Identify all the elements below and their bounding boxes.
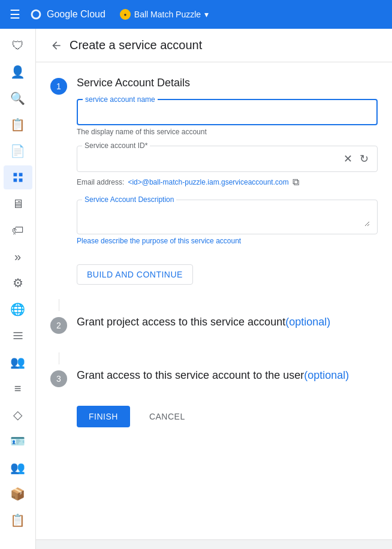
- sidebar-item-clipboard[interactable]: 📋: [4, 508, 32, 532]
- project-icon: ●: [120, 9, 131, 20]
- step1-title: Service Account Details: [77, 77, 378, 89]
- sidebar-item-list[interactable]: 📋: [4, 113, 32, 137]
- project-name: Ball Match Puzzle: [134, 10, 201, 19]
- email-prefix: Email address:: [77, 178, 124, 186]
- sidebar-item-tag[interactable]: 🏷: [4, 218, 32, 242]
- step-divider-2: [50, 352, 378, 364]
- grid-icon: [12, 171, 24, 183]
- step2-number: 2: [50, 317, 67, 334]
- sidebar-item-idcard[interactable]: 🪪: [4, 429, 32, 453]
- copy-email-button[interactable]: ⧉: [293, 177, 299, 188]
- divider-spacer-2: [50, 352, 67, 364]
- step2-content: Grant project access to this service acc…: [77, 316, 378, 338]
- back-button[interactable]: [50, 40, 62, 52]
- step1-number: 1: [50, 78, 67, 95]
- email-id: <id>@ball-match-puzzle.iam.gserviceaccou…: [128, 178, 288, 186]
- account-name-hint: The display name of this service account: [77, 128, 378, 136]
- account-id-group: Service account ID* ✕ ↻ Email address: <…: [77, 146, 378, 190]
- sidebar-item-monitor[interactable]: 🖥: [4, 192, 32, 216]
- action-row: FINISH CANCEL: [50, 406, 378, 427]
- refresh-id-button[interactable]: ↻: [358, 151, 370, 167]
- vertical-divider-2: [59, 352, 59, 364]
- rows-icon: [12, 330, 24, 342]
- page-title: Create a service account: [70, 38, 202, 52]
- project-selector[interactable]: ● Ball Match Puzzle ▾: [120, 9, 209, 20]
- sidebar-item-users[interactable]: 👥: [4, 350, 32, 374]
- step2-title: Grant project access to this service acc…: [77, 316, 378, 328]
- account-desc-field[interactable]: Service Account Description: [77, 200, 378, 234]
- google-cloud-icon: [30, 8, 42, 20]
- email-row: Email address: <id>@ball-match-puzzle.ia…: [77, 174, 378, 190]
- content-area: 1 Service Account Details service accoun…: [36, 62, 392, 442]
- account-desc-group: Service Account Description Please descr…: [77, 200, 378, 245]
- dropdown-icon: ▾: [204, 10, 209, 19]
- account-desc-hint: Please describe the purpose of this serv…: [77, 237, 378, 245]
- sidebar-item-document[interactable]: 📄: [4, 139, 32, 163]
- sidebar-item-rows[interactable]: [4, 324, 32, 348]
- sidebar-item-settings[interactable]: ⚙: [4, 271, 32, 295]
- account-name-group: service account name The display name of…: [77, 99, 378, 136]
- sidebar-item-more[interactable]: »: [4, 245, 32, 269]
- step1-section: 1 Service Account Details service accoun…: [50, 77, 378, 285]
- step-divider-1: [50, 299, 378, 311]
- sidebar-item-account[interactable]: 👤: [4, 60, 32, 84]
- account-desc-label: Service Account Description: [82, 195, 176, 204]
- step3-section: 3 Grant access to this service account t…: [50, 369, 378, 391]
- sidebar-item-team[interactable]: 👥: [4, 456, 32, 479]
- back-arrow-icon: [50, 40, 62, 52]
- account-desc-input[interactable]: [85, 205, 370, 227]
- id-field-actions: ✕ ↻: [342, 151, 370, 167]
- main-content: Create a service account 1 Service Accou…: [36, 29, 392, 549]
- step3-title: Grant access to this service account to …: [77, 369, 378, 382]
- sidebar-item-security[interactable]: 🛡: [4, 34, 32, 58]
- clear-id-button[interactable]: ✕: [342, 151, 354, 167]
- account-id-input[interactable]: [85, 152, 342, 166]
- step2-section: 2 Grant project access to this service a…: [50, 316, 378, 338]
- account-name-field[interactable]: service account name: [77, 99, 378, 125]
- google-cloud-logo: Google Cloud: [30, 8, 105, 20]
- account-name-input[interactable]: [85, 105, 369, 119]
- page-header: Create a service account: [36, 29, 392, 62]
- step2-optional: (optional): [285, 316, 330, 328]
- bottom-bar: [0, 539, 392, 549]
- menu-icon[interactable]: ☰: [10, 7, 20, 22]
- step3-content: Grant access to this service account to …: [77, 369, 378, 391]
- sidebar-item-diamond[interactable]: ◇: [4, 403, 32, 427]
- step1-content: Service Account Details service account …: [77, 77, 378, 285]
- step3-number: 3: [50, 370, 67, 387]
- vertical-divider-1: [59, 299, 59, 311]
- step3-optional: (optional): [304, 369, 349, 381]
- topbar: ☰ Google Cloud ● Ball Match Puzzle ▾: [0, 0, 392, 29]
- cancel-button[interactable]: CANCEL: [140, 406, 195, 427]
- build-continue-button[interactable]: BUILD AND CONTINUE: [77, 264, 193, 285]
- account-name-label: service account name: [83, 95, 158, 104]
- sidebar-item-package[interactable]: 📦: [4, 482, 32, 506]
- sidebar-item-grid[interactable]: [4, 165, 32, 189]
- logo-text: Google Cloud: [47, 9, 105, 20]
- divider-spacer: [50, 299, 67, 311]
- account-id-label: Service account ID*: [82, 141, 150, 150]
- sidebar-item-menu[interactable]: ≡: [4, 376, 32, 400]
- sidebar-item-search[interactable]: 🔍: [4, 86, 32, 110]
- sidebar-item-globe[interactable]: 🌐: [4, 297, 32, 321]
- finish-button[interactable]: FINISH: [77, 406, 130, 427]
- sidebar: 🛡 👤 🔍 📋 📄 🖥 🏷 » ⚙ 🌐 👥 ≡ ◇ 🪪 👥 📦 📋: [0, 29, 36, 549]
- account-id-field[interactable]: Service account ID* ✕ ↻: [77, 146, 378, 172]
